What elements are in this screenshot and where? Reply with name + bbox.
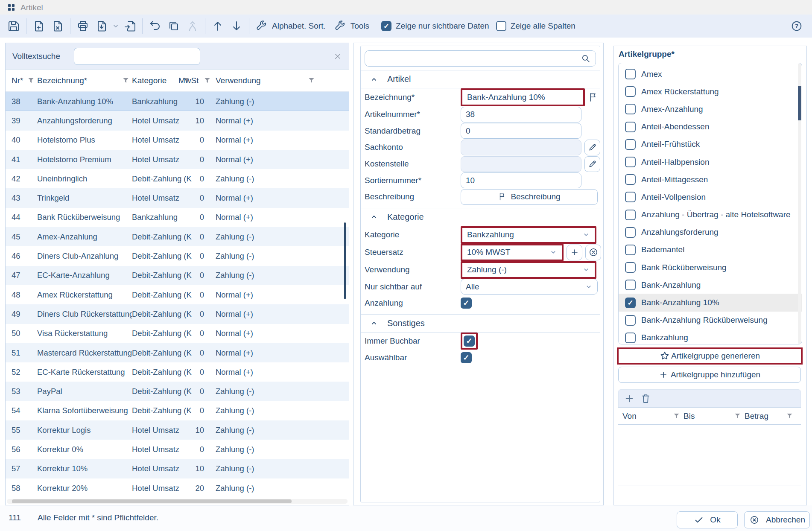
column-header-nr[interactable]: Nr* [12, 76, 37, 85]
table-row[interactable]: 46Diners Club-AnzahlungDebit-Zahlung (K0… [6, 246, 349, 266]
delete-row-icon[interactable] [640, 393, 651, 404]
table-row[interactable]: 55Korrektur LogisHotel Umsatz10Zahlung (… [6, 420, 349, 440]
artikelgruppe-item[interactable]: Bankzahlung [619, 329, 802, 344]
ok-button[interactable]: Ok [677, 511, 738, 528]
tools-label[interactable]: Tools [351, 21, 369, 31]
chevron-up-icon[interactable] [369, 318, 379, 328]
table-row[interactable]: 53PayPalDebit-Zahlung (K0Zahlung (-) [6, 382, 349, 401]
table-row[interactable]: 58Korrektur 20%Hotel Umsatz20Zahlung (-) [6, 478, 349, 498]
table-row[interactable]: 48Amex RückerstattungDebit-Zahlung (K0No… [6, 285, 349, 304]
move-down-icon[interactable] [227, 16, 246, 36]
horizontal-scrollbar[interactable] [7, 499, 348, 504]
checkbox-icon[interactable] [625, 69, 636, 79]
edit-kostenstelle-button[interactable] [584, 156, 600, 172]
checkbox-icon[interactable] [625, 298, 636, 308]
alphabet-sort-wrench-icon[interactable] [252, 16, 271, 36]
checkbox-icon[interactable] [625, 227, 636, 238]
artikelgruppe-item[interactable]: Bank Rücküberweisung [619, 259, 802, 276]
checkbox-icon[interactable] [625, 174, 636, 185]
artikelgruppe-item[interactable]: Anzahlung - Übertrag - alte Hotelsoftwar… [619, 206, 802, 224]
detail-search-input[interactable] [365, 50, 596, 67]
artikelgruppe-item[interactable]: Anteil-Vollpension [619, 188, 802, 206]
move-up-icon[interactable] [208, 16, 227, 36]
add-steuersatz-button[interactable] [567, 245, 582, 260]
scrollbar-thumb[interactable] [798, 86, 801, 120]
artikelgruppe-item[interactable]: Amex Rückerstattung [619, 83, 802, 100]
checkbox-icon[interactable] [625, 210, 636, 220]
table-row[interactable]: 40Hotelstorno PlusHotel Umsatz0Normal (+… [6, 131, 349, 150]
filter-funnel-icon[interactable] [674, 413, 679, 419]
table-row[interactable]: 44Bank RücküberweisungBankzahlung0Normal… [6, 208, 349, 227]
close-icon[interactable] [333, 52, 342, 61]
new-record-icon[interactable] [29, 16, 48, 36]
show-all-columns-toggle[interactable]: Zeige alle Spalten [496, 21, 575, 31]
section-header-sonstiges[interactable]: Sonstiges [361, 314, 600, 333]
auswaehlbar-checkbox[interactable] [461, 352, 472, 363]
artikelgruppe-item[interactable]: Bademantel [619, 241, 802, 259]
artikelgruppe-item[interactable]: Anteil-Mittagessen [619, 171, 802, 188]
table-row[interactable]: 54Klarna SofortüberweisungDebit-Zahlung … [6, 401, 349, 420]
table-row[interactable]: 39AnzahlungsforderungHotel Umsatz10Norma… [6, 111, 349, 130]
artikelgruppe-item[interactable]: Amex [619, 65, 802, 83]
standardbetrag-input[interactable] [461, 123, 581, 139]
undo-icon[interactable] [146, 16, 164, 36]
column-header-bezeichnung[interactable]: Bezeichnung* [37, 76, 132, 85]
artikelgruppe-item[interactable]: Bank-Anzahlung 10% [619, 294, 802, 311]
checkbox-icon[interactable] [625, 86, 636, 97]
checkbox-icon[interactable] [625, 104, 636, 114]
table-row[interactable]: 47EC-Karte-AnzahlungDebit-Zahlung (K0Zah… [6, 266, 349, 285]
table-row[interactable]: 56Korrektur 0%Hotel Umsatz0Zahlung (-) [6, 440, 349, 459]
checkbox-icon[interactable] [625, 192, 636, 202]
table-row[interactable]: 43TrinkgeldHotel Umsatz0Normal (+) [6, 188, 349, 207]
table-row[interactable]: 41Hotelstorno PremiumHotel Umsatz0Normal… [6, 150, 349, 169]
chevron-up-icon[interactable] [369, 75, 379, 84]
checkbox-icon[interactable] [625, 315, 636, 326]
horizontal-scrollbar-thumb[interactable] [12, 499, 292, 503]
steuersatz-select[interactable]: 10% MWST [461, 244, 564, 261]
table-row[interactable]: 38Bank-Anzahlung 10%Bankzahlung10Zahlung… [6, 92, 349, 111]
section-header-kategorie[interactable]: Kategorie [361, 208, 600, 226]
filter-funnel-icon[interactable] [309, 78, 314, 83]
table-row[interactable]: 57Korrektur 10%Hotel Umsatz10Zahlung (-) [6, 459, 349, 478]
sortiernummer-input[interactable] [461, 172, 581, 188]
checkbox-icon[interactable] [625, 333, 636, 343]
artikelgruppe-item[interactable]: Anzahlungsforderung [619, 224, 802, 241]
checkbox-icon[interactable] [625, 122, 636, 132]
checkbox-icon[interactable] [625, 139, 636, 150]
print-icon[interactable] [73, 16, 92, 36]
anzahlung-checkbox[interactable] [461, 298, 472, 309]
table-row[interactable]: 52EC-Karte RückerstattungDebit-Zahlung (… [6, 362, 349, 382]
cancel-button[interactable]: Abbrechen [744, 511, 810, 528]
save-icon[interactable] [4, 16, 23, 36]
table-row[interactable]: 50Visa RückerstattungDebit-Zahlung (K0No… [6, 324, 349, 343]
immer-buchbar-checkbox[interactable] [464, 336, 475, 347]
column-header-mwst[interactable]: MwSt [178, 76, 210, 85]
checkbox-icon[interactable] [625, 280, 636, 290]
artikelnummer-input[interactable] [461, 107, 581, 123]
artikelgruppe-item[interactable]: Anteil-Abendessen [619, 118, 802, 136]
filter-funnel-icon[interactable] [28, 78, 34, 83]
filter-funnel-icon[interactable] [787, 413, 792, 419]
vertical-scrollbar-thumb[interactable] [344, 222, 346, 299]
checkbox-icon[interactable] [625, 262, 636, 273]
table-row[interactable]: 49Diners Club RückerstattungDebit-Zahlun… [6, 304, 349, 324]
artikelgruppe-item[interactable]: Anteil-Frühstück [619, 136, 802, 153]
add-artikelgruppe-button[interactable]: Artikelgruppe hinzufügen [618, 367, 801, 383]
checkbox-icon[interactable] [496, 21, 506, 31]
beschreibung-button[interactable]: Beschreibung [461, 189, 598, 205]
checkbox-icon[interactable] [381, 21, 391, 31]
export-options-chevron-icon[interactable] [111, 16, 120, 36]
fulltext-search-input[interactable] [74, 48, 200, 65]
artikelgruppe-item[interactable]: Bank-Anzahlung [619, 276, 802, 294]
range-column-bis[interactable]: Bis [683, 411, 745, 421]
copy-icon[interactable] [164, 16, 183, 36]
help-icon[interactable]: ? [787, 16, 806, 36]
filter-funnel-icon[interactable] [123, 78, 129, 83]
add-row-icon[interactable] [624, 393, 635, 404]
search-icon[interactable] [581, 53, 591, 64]
export-file-icon[interactable] [92, 16, 111, 36]
column-header-verwendung[interactable]: Verwendung [210, 76, 317, 85]
section-header-artikel[interactable]: Artikel [361, 70, 600, 88]
nur-sichtbar-auf-select[interactable]: Alle [461, 279, 598, 295]
tools-wrench-icon[interactable] [331, 16, 350, 36]
